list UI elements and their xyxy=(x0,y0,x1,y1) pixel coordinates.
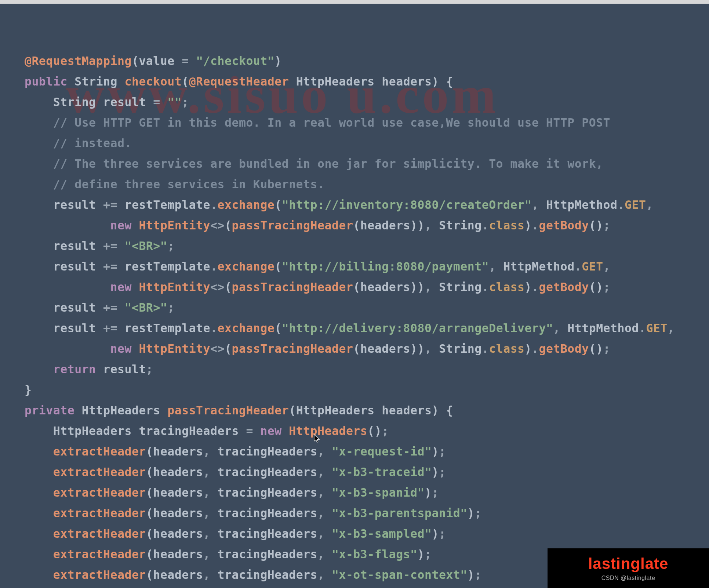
param-name: headers xyxy=(382,75,432,88)
kw-return: return xyxy=(53,363,96,376)
kw-new: new xyxy=(110,219,132,232)
type: HttpMethod xyxy=(567,322,639,335)
url: "http://delivery:8080/arrangeDelivery" xyxy=(282,322,553,335)
enum-get: GET xyxy=(646,322,667,335)
badge-title: lastinglate xyxy=(588,555,669,573)
ret-type: HttpHeaders xyxy=(82,404,160,417)
header-name: "x-b3-traceid" xyxy=(332,465,432,479)
code-editor-viewport[interactable]: www.sisuo u.com @RequestMapping(value = … xyxy=(0,4,709,588)
call-extract: extractHeader xyxy=(53,548,146,561)
call-extract: extractHeader xyxy=(53,445,146,458)
arg: tracingHeaders xyxy=(218,486,318,499)
header-name: "x-b3-parentspanid" xyxy=(332,507,468,520)
ctor: HttpEntity xyxy=(139,219,210,232)
type: String xyxy=(439,280,482,294)
call-extract: extractHeader xyxy=(53,507,146,520)
ret-type: String xyxy=(74,75,117,88)
var-type: String xyxy=(53,95,96,109)
call-extract: extractHeader xyxy=(53,465,146,479)
var: result xyxy=(53,260,96,273)
arg: tracingHeaders xyxy=(218,507,318,520)
br-literal: "<BR>" xyxy=(124,301,167,314)
arg: headers xyxy=(153,568,203,581)
enum-get: GET xyxy=(625,198,646,211)
var: result xyxy=(53,301,96,314)
type: HttpMethod xyxy=(503,260,575,273)
arg: headers xyxy=(153,465,203,479)
arg: tracingHeaders xyxy=(218,548,318,561)
watermark-badge: lastinglate CSDN @lastinglate xyxy=(548,548,709,588)
call-getbody: getBody xyxy=(539,280,589,294)
enum-get: GET xyxy=(582,260,603,273)
annotation: @RequestMapping xyxy=(25,54,132,68)
header-name: "x-ot-span-context" xyxy=(332,568,468,581)
var: result xyxy=(53,198,96,211)
var: result xyxy=(53,239,96,253)
param-type: HttpHeaders xyxy=(296,75,375,88)
call: passTracingHeader xyxy=(232,219,353,232)
op: += xyxy=(103,301,117,314)
op: += xyxy=(103,260,117,273)
kw-new: new xyxy=(110,342,132,355)
attr-key: value xyxy=(139,54,174,68)
type: String xyxy=(439,219,482,232)
call-exchange: exchange xyxy=(218,260,275,273)
br-literal: "<BR>" xyxy=(124,239,167,253)
kw-public: public xyxy=(25,75,68,88)
class-literal: class xyxy=(489,219,524,232)
call-exchange: exchange xyxy=(218,198,275,211)
kw-new: new xyxy=(110,280,132,294)
call-extract: extractHeader xyxy=(53,527,146,540)
param-annotation: @RequestHeader xyxy=(189,75,289,88)
call-getbody: getBody xyxy=(539,219,589,232)
header-name: "x-b3-sampled" xyxy=(332,527,432,540)
arg: headers xyxy=(153,486,203,499)
op-eq: = xyxy=(175,54,196,68)
obj: restTemplate xyxy=(124,322,210,335)
kw-new: new xyxy=(260,424,281,438)
header-name: "x-request-id" xyxy=(332,445,432,458)
ctor: HttpEntity xyxy=(139,280,210,294)
badge-subtitle: CSDN @lastinglate xyxy=(601,575,655,581)
string-empty: "" xyxy=(167,95,182,109)
call: passTracingHeader xyxy=(232,342,353,355)
op: += xyxy=(103,239,117,253)
comment: // The three services are bundled in one… xyxy=(53,157,603,170)
param-type: HttpHeaders xyxy=(296,404,375,417)
class-literal: class xyxy=(489,342,524,355)
arg: headers xyxy=(153,445,203,458)
ctor: HttpHeaders xyxy=(289,424,367,438)
var: result xyxy=(53,322,96,335)
header-name: "x-b3-flags" xyxy=(332,548,418,561)
var-type: HttpHeaders xyxy=(53,424,132,438)
code-content[interactable]: @RequestMapping(value = "/checkout") pub… xyxy=(10,51,709,588)
var: result xyxy=(103,363,146,376)
method-name: checkout xyxy=(124,75,182,88)
url: "http://billing:8080/payment" xyxy=(282,260,489,273)
type: String xyxy=(439,342,482,355)
arg: tracingHeaders xyxy=(218,445,318,458)
method-name: passTracingHeader xyxy=(167,404,289,417)
arg: headers xyxy=(153,548,203,561)
obj: restTemplate xyxy=(124,198,210,211)
var-name: result xyxy=(103,95,146,109)
arg: headers xyxy=(153,527,203,540)
comment: // instead. xyxy=(53,137,132,150)
comment: // Use HTTP GET in this demo. In a real … xyxy=(53,116,610,129)
mapping-path: "/checkout" xyxy=(196,54,274,68)
call-extract: extractHeader xyxy=(53,568,146,581)
arg: headers xyxy=(360,342,410,355)
param-name: headers xyxy=(382,404,432,417)
arg: tracingHeaders xyxy=(218,465,318,479)
arg: tracingHeaders xyxy=(218,527,318,540)
arg: headers xyxy=(360,280,410,294)
op: += xyxy=(103,322,117,335)
class-literal: class xyxy=(489,280,524,294)
header-name: "x-b3-spanid" xyxy=(332,486,425,499)
call-extract: extractHeader xyxy=(53,486,146,499)
call-exchange: exchange xyxy=(218,322,275,335)
type: HttpMethod xyxy=(546,198,618,211)
call: passTracingHeader xyxy=(232,280,353,294)
comment: // define three services in Kubernets. xyxy=(53,178,325,191)
ctor: HttpEntity xyxy=(139,342,210,355)
